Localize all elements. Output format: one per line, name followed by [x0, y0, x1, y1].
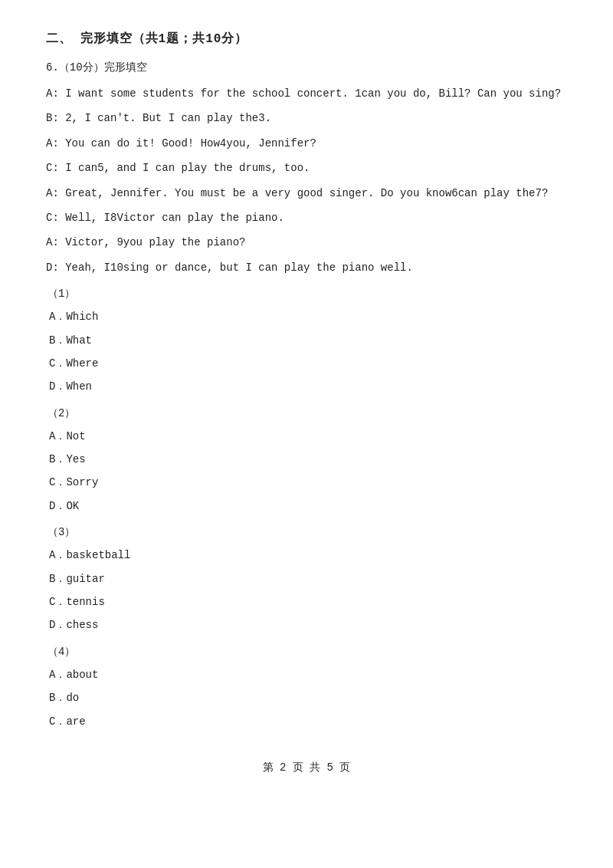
options-group-4: A．aboutB．doC．are: [46, 666, 567, 730]
page-footer: 第 2 页 共 5 页: [46, 761, 567, 774]
dialog-line-1: A: I want some students for the school c…: [46, 85, 567, 102]
option-1-2[interactable]: B．What: [46, 332, 567, 349]
sub-question-num-4: （4）: [46, 645, 567, 659]
options-block: （1）A．WhichB．WhatC．WhereD．When（2）A．NotB．Y…: [46, 287, 567, 730]
dialog-line-5: A: Great, Jennifer. You must be a very g…: [46, 185, 567, 202]
dialog-line-8: D: Yeah, I10sing or dance, but I can pla…: [46, 259, 567, 276]
option-4-3[interactable]: C．are: [46, 713, 567, 730]
dialog-line-6: C: Well, I8Victor can play the piano.: [46, 209, 567, 226]
options-group-3: A．basketballB．guitarC．tennisD．chess: [46, 547, 567, 634]
option-3-3[interactable]: C．tennis: [46, 593, 567, 610]
option-2-1[interactable]: A．Not: [46, 428, 567, 445]
question-header: 6.（10分）完形填空: [46, 61, 567, 74]
sub-question-num-2: （2）: [46, 406, 567, 420]
options-group-1: A．WhichB．WhatC．WhereD．When: [46, 308, 567, 396]
option-2-4[interactable]: D．OK: [46, 498, 567, 515]
dialog-line-4: C: I can5, and I can play the drums, too…: [46, 159, 567, 176]
option-4-2[interactable]: B．do: [46, 689, 567, 706]
sub-question-num-3: （3）: [46, 525, 567, 539]
option-1-1[interactable]: A．Which: [46, 308, 567, 325]
options-group-2: A．NotB．YesC．SorryD．OK: [46, 428, 567, 515]
option-4-1[interactable]: A．about: [46, 666, 567, 683]
dialog-line-7: A: Victor, 9you play the piano?: [46, 234, 567, 251]
dialog-block: A: I want some students for the school c…: [46, 85, 567, 276]
option-3-1[interactable]: A．basketball: [46, 547, 567, 564]
section-container: 二、 完形填空（共1题；共10分） 6.（10分）完形填空 A: I want …: [46, 31, 567, 774]
option-3-2[interactable]: B．guitar: [46, 570, 567, 587]
option-1-3[interactable]: C．Where: [46, 355, 567, 372]
section-title: 二、 完形填空（共1题；共10分）: [46, 31, 567, 47]
option-2-3[interactable]: C．Sorry: [46, 474, 567, 491]
dialog-line-3: A: You can do it! Good! How4you, Jennife…: [46, 135, 567, 152]
sub-question-num-1: （1）: [46, 287, 567, 301]
dialog-line-2: B: 2, I can't. But I can play the3.: [46, 110, 567, 127]
option-3-4[interactable]: D．chess: [46, 616, 567, 633]
option-1-4[interactable]: D．When: [46, 378, 567, 395]
option-2-2[interactable]: B．Yes: [46, 451, 567, 468]
